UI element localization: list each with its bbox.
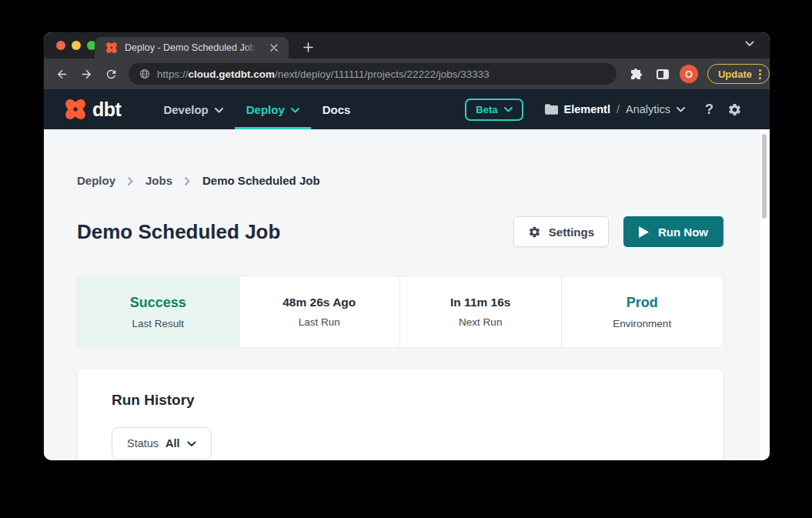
new-tab-button[interactable] [299, 38, 316, 55]
dbt-logo[interactable]: dbt [64, 98, 121, 121]
update-label: Update [718, 69, 752, 80]
nav-item-docs[interactable]: Docs [311, 89, 363, 129]
chevron-down-icon [187, 441, 196, 447]
stat-value: Prod [627, 295, 658, 311]
stat-label: Environment [613, 318, 671, 329]
stat-value: In 11m 16s [450, 296, 510, 309]
nav-item-develop[interactable]: Develop [152, 89, 234, 129]
breadcrumb: Deploy Jobs Demo Scheduled Job [77, 174, 320, 187]
beta-selector[interactable]: Beta [465, 99, 523, 121]
tab-search-chevron-icon[interactable] [745, 41, 754, 47]
breadcrumb-separator: / [617, 103, 620, 115]
status-filter-value: All [165, 437, 180, 449]
side-panel-icon[interactable] [653, 64, 673, 84]
run-now-button[interactable]: Run Now [623, 216, 723, 247]
tab-strip: Deploy - Demo Scheduled Job [44, 32, 770, 58]
chevron-right-icon [185, 177, 190, 185]
browser-toolbar: https://cloud.getdbt.com/next/deploy/111… [44, 58, 770, 89]
chevron-down-icon [215, 108, 223, 113]
url-host: cloud.getdbt.com [189, 69, 276, 80]
url-path: /next/deploy/111111/projects/22222/jobs/… [275, 69, 490, 80]
folder-icon [545, 104, 558, 115]
url-scheme: https:// [157, 69, 189, 80]
toolbar-right-group: O Update [626, 64, 770, 84]
browser-tab[interactable]: Deploy - Demo Scheduled Job [95, 37, 289, 58]
gear-icon [528, 226, 541, 239]
page-content: Deploy Jobs Demo Scheduled Job Demo Sche… [44, 129, 770, 460]
run-history-title: Run History [112, 392, 723, 409]
close-window-button[interactable] [56, 41, 65, 50]
forward-button[interactable] [76, 64, 96, 84]
dbt-navbar: dbt Develop Deploy Docs Beta Elementl / … [44, 89, 770, 129]
status-filter-label: Status [127, 437, 159, 449]
stat-label: Next Run [459, 316, 502, 328]
beta-label: Beta [476, 104, 497, 115]
minimize-window-button[interactable] [72, 41, 81, 50]
stat-value: 48m 26s Ago [282, 296, 356, 309]
tab-title: Deploy - Demo Scheduled Job [125, 42, 256, 53]
tab-close-icon[interactable] [267, 41, 281, 55]
stat-last-run: 48m 26s Ago Last Run [239, 276, 401, 347]
run-history-card: Run History Status All [77, 368, 723, 460]
project-name: Analytics [626, 103, 670, 115]
stat-last-result: Success Last Result [78, 276, 239, 347]
scrollbar-track[interactable] [760, 129, 769, 460]
dbt-logo-icon [64, 98, 87, 121]
browser-window: Deploy - Demo Scheduled Job [44, 32, 770, 460]
url-text: https://cloud.getdbt.com/next/deploy/111… [157, 69, 490, 80]
breadcrumb-item-deploy[interactable]: Deploy [77, 174, 115, 187]
page-title: Demo Scheduled Job [77, 220, 280, 244]
account-name: Elementl [564, 103, 610, 115]
browser-menu-kebab-icon[interactable] [759, 69, 761, 79]
browser-update-button[interactable]: Update [707, 64, 770, 84]
site-info-globe-icon[interactable] [139, 69, 150, 79]
primary-nav: Develop Deploy Docs [152, 89, 362, 129]
settings-button[interactable]: Settings [513, 216, 609, 247]
stat-environment: Prod Environment [562, 276, 723, 347]
back-button[interactable] [52, 64, 72, 84]
profile-avatar[interactable]: O [680, 65, 698, 83]
stat-label: Last Run [299, 316, 340, 328]
status-filter-dropdown[interactable]: Status All [112, 427, 212, 460]
stat-value: Success [130, 295, 186, 311]
settings-gear-icon[interactable] [727, 102, 742, 117]
project-selector[interactable]: Elementl / Analytics [545, 103, 686, 115]
chevron-down-icon [677, 107, 685, 112]
reload-button[interactable] [101, 64, 121, 84]
dbt-wordmark: dbt [92, 99, 121, 121]
stat-next-run: In 11m 16s Next Run [400, 276, 562, 347]
chevron-down-icon [291, 108, 299, 113]
help-button[interactable]: ? [705, 102, 713, 118]
chevron-right-icon [128, 177, 133, 185]
nav-item-deploy[interactable]: Deploy [235, 89, 311, 129]
window-controls [56, 41, 96, 50]
job-stats-bar: Success Last Result 48m 26s Ago Last Run… [77, 276, 723, 348]
chevron-down-icon [504, 107, 513, 112]
dbt-favicon-icon [105, 42, 118, 54]
breadcrumb-item-jobs[interactable]: Jobs [145, 174, 172, 187]
play-icon [639, 226, 649, 238]
breadcrumb-item-current: Demo Scheduled Job [202, 174, 320, 187]
scrollbar-thumb[interactable] [762, 134, 767, 219]
title-row: Demo Scheduled Job Settings Run Now [77, 216, 723, 247]
stat-label: Last Result [132, 318, 184, 329]
address-bar[interactable]: https://cloud.getdbt.com/next/deploy/111… [129, 63, 617, 85]
extensions-puzzle-icon[interactable] [626, 64, 646, 84]
